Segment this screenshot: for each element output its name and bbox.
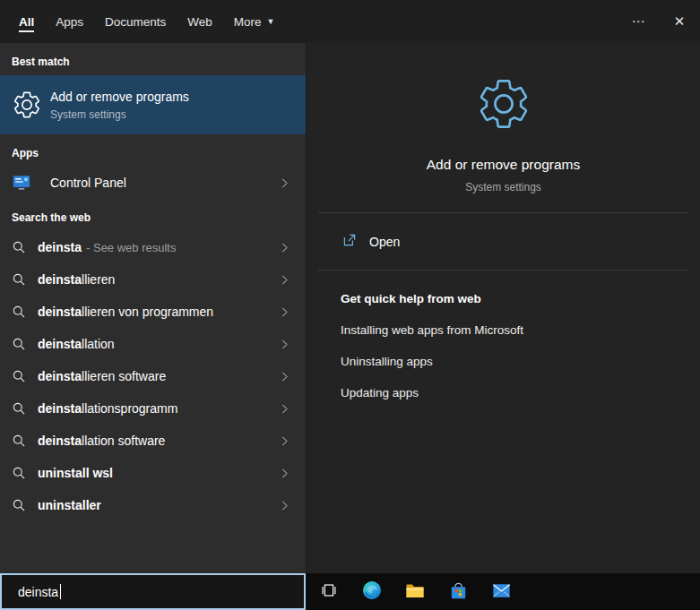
store-icon (448, 580, 469, 604)
web-suggestion-row[interactable]: deinstallieren software (0, 360, 306, 392)
preview-top: Add or remove programs System settings (307, 43, 700, 212)
best-match-item[interactable]: Add or remove programs System settings (0, 75, 306, 134)
search-icon (12, 305, 26, 319)
best-match-header: Best match (0, 43, 306, 75)
web-suggestion-row[interactable]: uninstaller (0, 489, 306, 521)
suggestion-text: uninstall wsl (38, 466, 113, 480)
close-button[interactable]: ✕ (659, 0, 700, 43)
preview-title: Add or remove programs (427, 157, 580, 173)
web-suggestion-row[interactable]: deinstallieren (0, 263, 306, 296)
chevron-right-icon[interactable] (278, 241, 291, 254)
mail-icon (491, 580, 512, 604)
help-link-installing-web-apps[interactable]: Installing web apps from Microsoft (341, 323, 666, 337)
gear-icon-large (475, 75, 532, 136)
search-icon (12, 466, 26, 480)
chevron-right-icon[interactable] (278, 273, 291, 287)
tab-documents-label: Documents (105, 15, 166, 29)
best-match-text: Add or remove programs System settings (50, 90, 189, 121)
search-icon (12, 401, 26, 416)
help-link-uninstalling-apps[interactable]: Uninstalling apps (341, 355, 666, 368)
results-panel: Best match Add or remove programs System… (0, 43, 306, 573)
web-suggestion-row[interactable]: deinsta- See web results (0, 231, 306, 263)
tab-more-label: More (234, 15, 262, 29)
search-icon (12, 337, 26, 351)
search-icon (12, 434, 26, 448)
preview-subtitle: System settings (465, 181, 541, 193)
suggestion-text: deinstallationsprogramm (38, 401, 177, 416)
best-match-subtitle: System settings (50, 108, 189, 121)
task-view-button[interactable] (307, 573, 350, 610)
ellipsis-icon: ⋯ (632, 13, 645, 30)
open-icon (341, 232, 358, 251)
suggestion-text: deinsta- See web results (38, 240, 176, 254)
tab-web-label: Web (187, 15, 212, 29)
suggestion-text: uninstaller (38, 498, 101, 512)
text-caret (60, 584, 61, 599)
search-filter-bar: All Apps Documents Web More▼ ⋯ ✕ (0, 0, 700, 43)
file-explorer-icon (404, 580, 426, 604)
control-panel-icon (12, 173, 31, 193)
chevron-right-icon[interactable] (278, 305, 291, 319)
chevron-right-icon[interactable] (278, 338, 291, 351)
web-suggestion-row[interactable]: deinstallieren von programmen (0, 296, 306, 328)
edge-icon (361, 580, 383, 604)
app-result-control-panel[interactable]: Control Panel (0, 167, 306, 199)
edge-button[interactable] (350, 573, 393, 610)
web-suggestion-row[interactable]: uninstall wsl (0, 457, 306, 489)
tab-more[interactable]: More▼ (223, 0, 286, 43)
app-result-label: Control Panel (50, 176, 126, 190)
search-input[interactable]: deinsta (0, 573, 306, 610)
chevron-right-icon[interactable] (278, 467, 291, 480)
tab-all[interactable]: All (8, 0, 45, 43)
task-view-icon (319, 580, 339, 603)
gear-icon (12, 90, 50, 120)
open-label: Open (369, 235, 400, 249)
web-suggestion-row[interactable]: deinstallation (0, 328, 306, 360)
suggestion-text: deinstallieren software (38, 369, 166, 383)
more-options-button[interactable]: ⋯ (618, 0, 659, 43)
search-tabs: All Apps Documents Web More▼ (8, 0, 286, 43)
taskbar: deinsta (0, 573, 700, 610)
web-suggestion-row[interactable]: deinstallationsprogramm (0, 392, 306, 425)
taskbar-icons (307, 573, 523, 610)
chevron-right-icon[interactable] (278, 176, 291, 190)
search-icon (12, 498, 26, 512)
preview-panel: Add or remove programs System settings O… (306, 43, 700, 573)
help-link-updating-apps[interactable]: Updating apps (341, 386, 666, 400)
best-match-title: Add or remove programs (50, 90, 189, 104)
chevron-down-icon: ▼ (267, 17, 275, 26)
chevron-right-icon[interactable] (278, 434, 291, 448)
tab-web[interactable]: Web (177, 0, 223, 43)
tab-all-label: All (19, 15, 34, 29)
file-explorer-button[interactable] (393, 573, 436, 610)
search-icon (12, 272, 26, 287)
chevron-right-icon[interactable] (278, 499, 291, 512)
start-menu-search: All Apps Documents Web More▼ ⋯ ✕ Best ma… (0, 0, 700, 610)
search-icon (12, 240, 26, 254)
suggestion-text: deinstallieren von programmen (38, 305, 213, 319)
web-header: Search the web (0, 199, 306, 231)
store-button[interactable] (436, 573, 480, 610)
help-section: Get quick help from web Installing web a… (307, 271, 700, 421)
close-icon: ✕ (674, 13, 686, 30)
suggestion-text: deinstallieren (38, 272, 115, 287)
topbar-controls: ⋯ ✕ (618, 0, 700, 43)
open-action[interactable]: Open (307, 213, 700, 270)
chevron-right-icon[interactable] (278, 402, 291, 416)
help-header: Get quick help from web (341, 292, 666, 305)
web-suggestion-row[interactable]: deinstallation software (0, 425, 306, 457)
tab-apps[interactable]: Apps (45, 0, 94, 43)
tab-documents[interactable]: Documents (94, 0, 177, 43)
suggestion-text: deinstallation software (38, 434, 165, 448)
mail-button[interactable] (480, 573, 523, 610)
chevron-right-icon[interactable] (278, 370, 291, 383)
apps-header: Apps (0, 134, 306, 167)
search-input-value: deinsta (18, 585, 58, 599)
tab-apps-label: Apps (56, 15, 83, 29)
search-icon (12, 369, 26, 383)
suggestion-text: deinstallation (38, 337, 115, 351)
